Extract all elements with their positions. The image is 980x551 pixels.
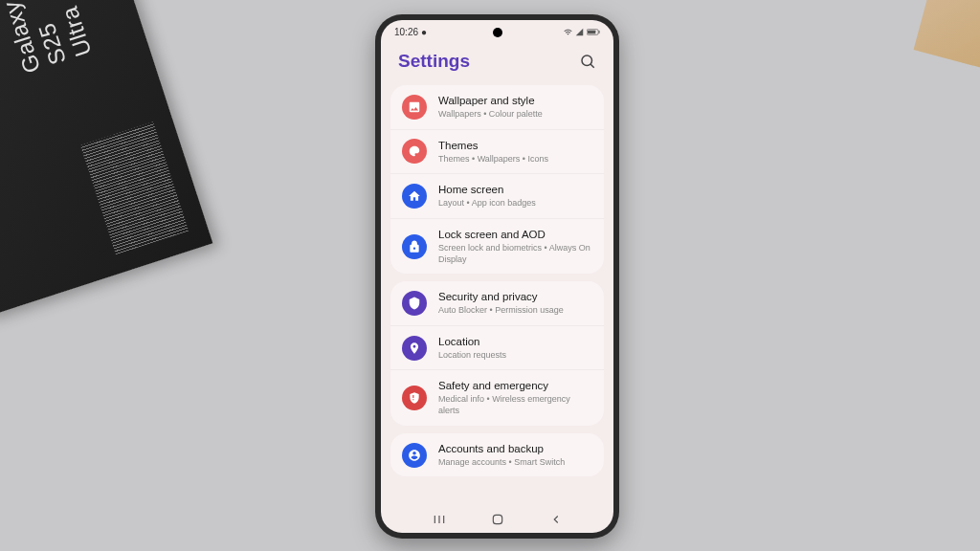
item-title: Themes bbox=[438, 139, 592, 153]
recents-icon bbox=[433, 513, 446, 526]
accounts-icon bbox=[402, 443, 427, 468]
item-subtitle: Wallpapers • Colour palette bbox=[438, 109, 592, 121]
item-text: Wallpaper and style Wallpapers • Colour … bbox=[438, 94, 592, 121]
item-subtitle: Location requests bbox=[438, 350, 592, 362]
wallpaper-icon bbox=[402, 95, 427, 120]
recents-button[interactable] bbox=[425, 513, 454, 526]
item-title: Lock screen and AOD bbox=[438, 228, 592, 242]
home-nav-icon bbox=[491, 513, 504, 526]
settings-header: Settings bbox=[381, 39, 613, 85]
phone-frame: 10:26 ● Settings Wallpaper and style Wal… bbox=[375, 14, 619, 539]
barcode bbox=[80, 121, 189, 254]
settings-item-location[interactable]: Location Location requests bbox=[390, 325, 604, 370]
status-icons bbox=[564, 28, 600, 36]
svg-rect-8 bbox=[493, 515, 501, 523]
item-subtitle: Screen lock and biometrics • Always On D… bbox=[438, 243, 592, 265]
item-text: Lock screen and AOD Screen lock and biom… bbox=[438, 228, 592, 265]
item-title: Safety and emergency bbox=[438, 379, 592, 393]
navigation-bar bbox=[381, 506, 613, 533]
svg-rect-1 bbox=[588, 31, 595, 34]
themes-icon bbox=[402, 139, 427, 164]
product-box: Galaxy S25 Ultra bbox=[0, 0, 212, 318]
safety-icon bbox=[402, 386, 427, 410]
item-subtitle: Themes • Wallpapers • Icons bbox=[438, 154, 592, 165]
item-subtitle: Layout • App icon badges bbox=[438, 198, 592, 209]
item-title: Home screen bbox=[438, 183, 592, 197]
item-text: Security and privacy Auto Blocker • Perm… bbox=[438, 290, 592, 317]
back-icon bbox=[549, 513, 563, 526]
settings-list[interactable]: Wallpaper and style Wallpapers • Colour … bbox=[381, 85, 613, 476]
settings-item-accounts[interactable]: Accounts and backup Manage accounts • Sm… bbox=[390, 433, 604, 477]
location-icon bbox=[402, 336, 427, 361]
item-subtitle: Medical info • Wireless emergency alerts bbox=[438, 394, 592, 416]
page-title: Settings bbox=[398, 51, 470, 72]
svg-point-3 bbox=[582, 55, 592, 66]
camera-cutout bbox=[493, 28, 502, 37]
home-button[interactable] bbox=[483, 513, 512, 526]
shield-icon bbox=[402, 291, 427, 316]
item-title: Accounts and backup bbox=[438, 442, 592, 456]
wood-prop bbox=[914, 0, 980, 72]
settings-group: Wallpaper and style Wallpapers • Colour … bbox=[390, 85, 604, 274]
wifi-icon bbox=[564, 28, 572, 36]
search-button[interactable] bbox=[579, 53, 596, 70]
svg-line-4 bbox=[590, 64, 594, 68]
search-icon bbox=[579, 53, 596, 70]
item-text: Themes Themes • Wallpapers • Icons bbox=[438, 139, 592, 165]
item-title: Security and privacy bbox=[438, 290, 592, 304]
svg-rect-2 bbox=[599, 31, 600, 33]
item-text: Home screen Layout • App icon badges bbox=[438, 183, 592, 209]
signal-icon bbox=[575, 28, 584, 36]
settings-item-shield[interactable]: Security and privacy Auto Blocker • Perm… bbox=[390, 281, 604, 325]
settings-group: Security and privacy Auto Blocker • Perm… bbox=[390, 281, 604, 426]
battery-icon bbox=[587, 28, 600, 36]
back-button[interactable] bbox=[542, 513, 570, 526]
status-dot-icon: ● bbox=[421, 27, 427, 37]
settings-item-home[interactable]: Home screen Layout • App icon badges bbox=[390, 173, 604, 218]
settings-group: Accounts and backup Manage accounts • Sm… bbox=[390, 433, 604, 477]
item-text: Location Location requests bbox=[438, 335, 592, 362]
item-title: Location bbox=[438, 335, 592, 349]
status-time: 10:26 bbox=[394, 27, 418, 37]
item-text: Accounts and backup Manage accounts • Sm… bbox=[438, 442, 592, 469]
box-label: Galaxy S25 Ultra bbox=[0, 0, 97, 77]
item-subtitle: Manage accounts • Smart Switch bbox=[438, 457, 592, 469]
home-icon bbox=[402, 184, 427, 209]
item-title: Wallpaper and style bbox=[438, 94, 592, 108]
settings-item-themes[interactable]: Themes Themes • Wallpapers • Icons bbox=[390, 129, 604, 174]
settings-item-lock[interactable]: Lock screen and AOD Screen lock and biom… bbox=[390, 218, 604, 274]
settings-item-wallpaper[interactable]: Wallpaper and style Wallpapers • Colour … bbox=[390, 85, 604, 129]
lock-icon bbox=[402, 234, 427, 259]
settings-item-safety[interactable]: Safety and emergency Medical info • Wire… bbox=[390, 369, 604, 425]
item-subtitle: Auto Blocker • Permission usage bbox=[438, 305, 592, 317]
item-text: Safety and emergency Medical info • Wire… bbox=[438, 379, 592, 416]
phone-screen: 10:26 ● Settings Wallpaper and style Wal… bbox=[381, 20, 613, 533]
